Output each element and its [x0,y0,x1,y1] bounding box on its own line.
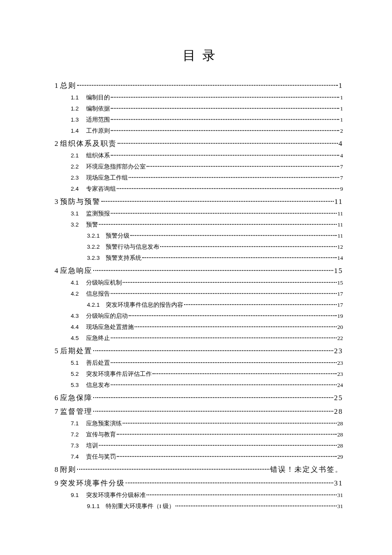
toc-entry: 7.2宣传与教育28 [55,430,343,437]
toc-entry-page: 11 [337,233,343,239]
toc-entry-label: 分级响应机制 [86,280,122,286]
toc-entry: 5.2突发环境事件后评估工作23 [55,370,343,377]
toc-entry-number: 6 [55,394,58,401]
toc-entry-label: 现场应急处置措施 [86,324,134,330]
toc-entry-number: 1.2 [71,106,86,112]
toc-entry-page: 1 [340,95,343,101]
toc-entry-page: 1 [340,106,343,112]
toc-entry-label: 信息报告 [86,291,110,297]
toc-entry: 7.3培训28 [55,442,343,448]
toc-entry-label: 突发环境事件信息的报告内容 [106,302,183,308]
toc-entry-number: 2.1 [71,153,86,159]
toc-entry-number: 1.4 [71,128,86,134]
toc-entry-page: 28 [337,432,343,438]
toc-entry: 4.2信息报告17 [55,290,343,296]
toc-dot-leader [153,370,337,376]
toc-entry: 3预防与预警11 [55,197,343,205]
toc-dot-leader [99,442,337,447]
toc-entry: 9突发环境事件分级31 [55,478,343,487]
toc-entry-number: 4.2 [71,291,86,297]
toc-entry-number: 7.4 [71,454,86,460]
toc-dot-leader [117,185,339,191]
toc-entry: 2.2环境应急指挥部办公室7 [55,163,343,169]
toc-dot-leader [93,407,334,414]
toc-entry: 8附则错误！未定义书签。 [55,465,343,473]
toc-entry-label: 组织体系 [86,153,110,159]
toc-entry-label: 突发环境事件后评估工作 [86,371,152,377]
toc-entry-page: 15 [337,280,343,286]
toc-entry-page: 31 [337,503,343,509]
toc-entry-page: 4 [339,140,343,147]
toc-dot-leader [111,359,337,365]
toc-entry: 3.1监测预报11 [55,209,343,216]
toc-entry: 1.3适用范围1 [55,116,343,122]
toc-entry-page: 11 [337,222,343,228]
toc-entry-number: 7.1 [71,421,86,427]
toc-entry-label: 预警行动与信息发布 [106,244,159,250]
toc-dot-leader [93,266,334,273]
toc-entry-page: 23 [334,347,343,355]
toc-entry-number: 3.1 [71,211,86,217]
toc-entry-number: 2.4 [71,186,86,192]
toc-entry: 2.1组织体系4 [55,151,343,158]
toc-entry-number: 4.1 [71,280,86,286]
toc-dot-leader [130,232,337,238]
toc-entry-label: 特别重大环境事件（I 级） [106,503,175,509]
toc-entry: 5后期处置23 [55,346,343,355]
toc-entry: 2.3现场应急工作组7 [55,174,343,180]
toc-entry: 4应急响应15 [55,266,343,274]
toc-entry-page: 19 [337,313,343,319]
toc-dot-leader [117,453,337,459]
toc-entry-number: 7 [55,408,58,415]
toc-entry-page: 28 [337,443,343,449]
toc-entry-label: 突发环境事件分级标准 [86,492,146,498]
toc-entry-label: 培训 [86,443,98,449]
toc-entry: 3.2.2预警行动与信息发布12 [55,243,343,250]
toc-entry: 7.4责任与奖罚29 [55,453,343,459]
toc-dot-leader [129,312,337,318]
toc-entry: 3.2.1预警分级11 [55,232,343,238]
toc-entry: 5.1善后处置23 [55,359,343,366]
toc-dot-leader [176,502,337,508]
toc-entry-number: 4.2.1 [87,302,106,308]
toc-entry-label: 应急响应 [60,267,92,274]
toc-dot-leader [126,478,334,485]
toc-entry-label: 现场应急工作组 [86,175,128,181]
toc-entry-label: 应急终止 [86,335,110,341]
toc-dot-leader [184,301,337,307]
toc-entry-number: 1.1 [71,95,86,101]
toc-entry-number: 8 [55,466,58,473]
toc-entry-label: 编制依据 [86,106,110,112]
toc-entry-number: 3.2 [71,222,86,228]
toc-entry-page: 2 [340,128,343,134]
toc-entry-number: 3 [55,198,58,205]
toc-entry-number: 3.2.2 [87,244,106,250]
toc-entry: 1.4工作原则2 [55,127,343,134]
toc-entry: 1总则1 [55,81,343,89]
toc-dot-leader [117,430,337,436]
toc-entry-label: 适用范围 [86,117,110,123]
toc-entry-label: 善后处置 [86,360,110,366]
toc-entry-label: 预警 [86,222,98,228]
toc-dot-leader [123,279,337,285]
toc-entry-label: 组织体系及职责 [60,140,117,147]
toc-entry-page: 28 [337,421,343,427]
toc-entry-page: 7 [340,175,343,181]
toc-entry-page: 25 [334,394,343,401]
toc-entry-page: 23 [337,360,343,366]
toc-dot-leader [101,197,334,204]
toc-dot-leader [142,254,337,260]
toc-entry-label: 预防与预警 [60,198,101,205]
toc-entry-label: 应急预案演练 [86,421,122,427]
toc-entry-page: 12 [337,244,343,250]
toc-entry-number: 9.1.1 [87,503,106,509]
toc-dot-leader [111,290,337,296]
toc-entry-label: 预警分级 [106,233,130,239]
toc-entry-page: 11 [334,198,343,205]
toc-entry-label: 总则 [60,82,76,89]
toc-entry: 2组织体系及职责4 [55,139,343,147]
toc-dot-leader [77,465,270,472]
toc-entry-page: 14 [337,255,343,261]
toc-entry-page: 15 [334,267,343,274]
toc-dot-leader [147,163,339,169]
